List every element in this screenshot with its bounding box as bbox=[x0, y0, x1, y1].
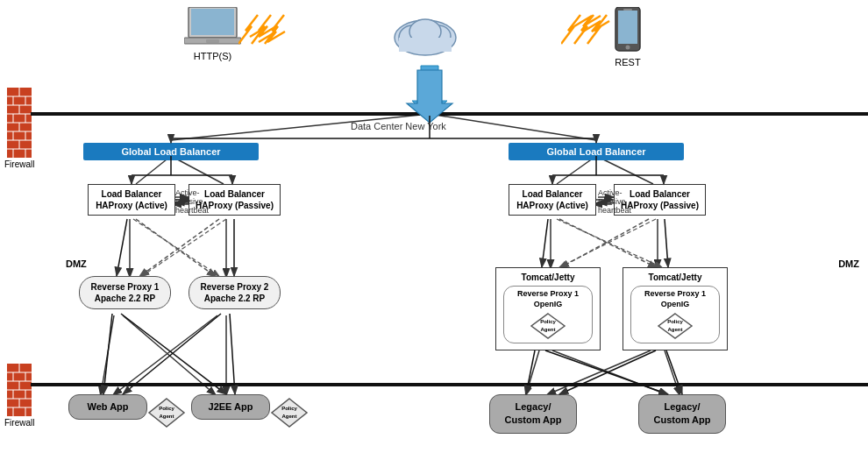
svg-line-117 bbox=[542, 219, 548, 267]
svg-line-122 bbox=[545, 350, 668, 394]
svg-marker-81 bbox=[658, 314, 692, 338]
http-label: HTTP(S) bbox=[194, 51, 231, 61]
svg-rect-38 bbox=[399, 38, 452, 52]
legacy-app-right: Legacy/ Custom App bbox=[638, 394, 726, 434]
svg-rect-31 bbox=[191, 9, 234, 35]
heartbeat-right-label: Active-Passiveheartbeat bbox=[598, 188, 615, 215]
svg-line-22 bbox=[561, 219, 649, 267]
rest-label: REST bbox=[615, 57, 640, 67]
svg-line-118 bbox=[557, 219, 662, 267]
firewall-line-top bbox=[31, 112, 868, 116]
svg-rect-33 bbox=[206, 39, 219, 43]
dmz-left-label: DMZ bbox=[66, 258, 87, 269]
legacy-app-left: Legacy/ Custom App bbox=[489, 394, 577, 434]
firewall-line-bottom bbox=[31, 383, 868, 386]
tomcat-right: Tomcat/Jetty Reverse Proxy 1 OpenIG Poli… bbox=[623, 267, 728, 350]
lightning-left bbox=[238, 13, 309, 48]
svg-marker-87 bbox=[272, 399, 307, 427]
reverse-proxy-2: Reverse Proxy 2Apache 2.2 RP bbox=[189, 276, 281, 309]
firewall-top-label: Firewall bbox=[4, 159, 34, 169]
svg-text:Policy: Policy bbox=[281, 406, 297, 411]
svg-text:Policy: Policy bbox=[159, 406, 174, 411]
firewall-icon-top bbox=[7, 88, 32, 158]
policy-agent-j2ee: Policy Agent bbox=[270, 397, 309, 428]
glb-right: Global Load Balancer bbox=[509, 143, 684, 160]
cloud-icon bbox=[390, 7, 460, 60]
firewall-bottom: Firewall bbox=[4, 364, 34, 428]
firewall-icon-bottom bbox=[7, 364, 32, 416]
tomcat-left: Tomcat/Jetty Reverse Proxy 1 OpenIG Poli… bbox=[495, 267, 601, 350]
svg-rect-42 bbox=[623, 9, 632, 11]
heartbeat-left-label: Active-Passiveheartbeat bbox=[175, 188, 193, 215]
firewall-top: Firewall bbox=[4, 88, 34, 169]
svg-text:Agent: Agent bbox=[160, 414, 174, 419]
laptop-icon bbox=[184, 7, 241, 51]
svg-line-124 bbox=[666, 350, 682, 394]
svg-line-119 bbox=[559, 219, 656, 267]
laptop-group: HTTP(S) bbox=[184, 7, 241, 61]
lb-active-left: Load BalancerHAProxy (Active) bbox=[88, 184, 175, 216]
svg-line-25 bbox=[552, 350, 666, 394]
svg-marker-0 bbox=[412, 66, 447, 118]
svg-line-123 bbox=[559, 350, 656, 394]
lb-active-right: Load BalancerHAProxy (Active) bbox=[509, 184, 596, 216]
policy-agent-diamond-right: Policy Agent bbox=[657, 312, 694, 340]
policy-agent-webpp: Policy Agent bbox=[147, 397, 186, 428]
firewall-bottom-label: Firewall bbox=[4, 418, 34, 428]
svg-line-24 bbox=[526, 350, 539, 394]
svg-line-109 bbox=[117, 219, 127, 276]
svg-text:Policy: Policy bbox=[667, 319, 683, 324]
svg-line-120 bbox=[665, 219, 668, 267]
svg-marker-78 bbox=[531, 314, 565, 338]
svg-text:Agent: Agent bbox=[668, 327, 683, 332]
svg-text:Agent: Agent bbox=[541, 327, 556, 332]
diagram-container: HTTP(S) REST bbox=[0, 0, 868, 453]
svg-line-3 bbox=[430, 114, 596, 140]
svg-text:Policy: Policy bbox=[540, 319, 556, 324]
web-app: Web App bbox=[68, 394, 147, 420]
svg-marker-84 bbox=[149, 399, 184, 427]
reverse-proxy-1: Reverse Proxy 1Apache 2.2 RP bbox=[79, 276, 171, 309]
svg-line-26 bbox=[548, 350, 651, 394]
lightning-right bbox=[561, 13, 627, 48]
svg-line-110 bbox=[133, 219, 219, 276]
svg-line-13 bbox=[136, 219, 215, 276]
svg-line-111 bbox=[142, 219, 226, 276]
dmz-right-label: DMZ bbox=[838, 258, 859, 269]
svg-line-121 bbox=[526, 350, 535, 394]
datacenter-label: Data Center New York bbox=[351, 121, 446, 131]
j2ee-app: J2EE App bbox=[191, 394, 270, 420]
glb-left: Global Load Balancer bbox=[83, 143, 259, 160]
cloud-group bbox=[390, 7, 460, 60]
policy-agent-diamond-left: Policy Agent bbox=[530, 312, 566, 340]
svg-text:Agent: Agent bbox=[282, 414, 297, 419]
svg-line-21 bbox=[559, 219, 656, 267]
svg-line-27 bbox=[665, 350, 679, 394]
svg-line-14 bbox=[140, 219, 219, 276]
